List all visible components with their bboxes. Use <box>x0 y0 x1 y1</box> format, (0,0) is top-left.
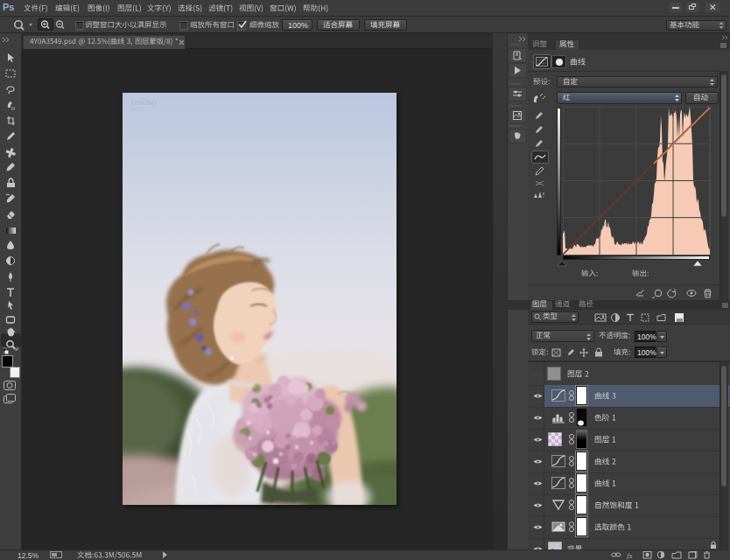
svg-text:4Y0A3549: 4Y0A3549 <box>130 100 158 106</box>
svg-text:fx: fx <box>627 551 633 559</box>
svg-text:PHOTO: PHOTO <box>130 107 146 112</box>
